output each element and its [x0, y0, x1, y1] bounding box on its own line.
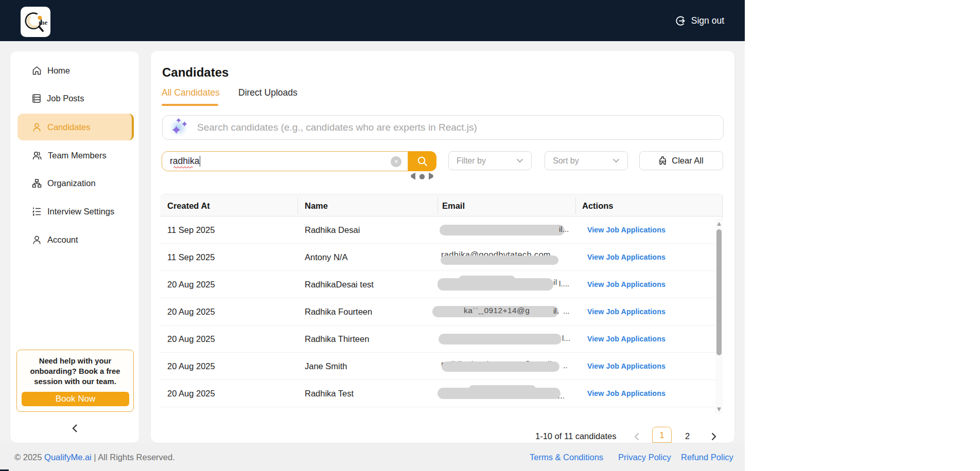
- svg-text:me: me: [39, 19, 47, 26]
